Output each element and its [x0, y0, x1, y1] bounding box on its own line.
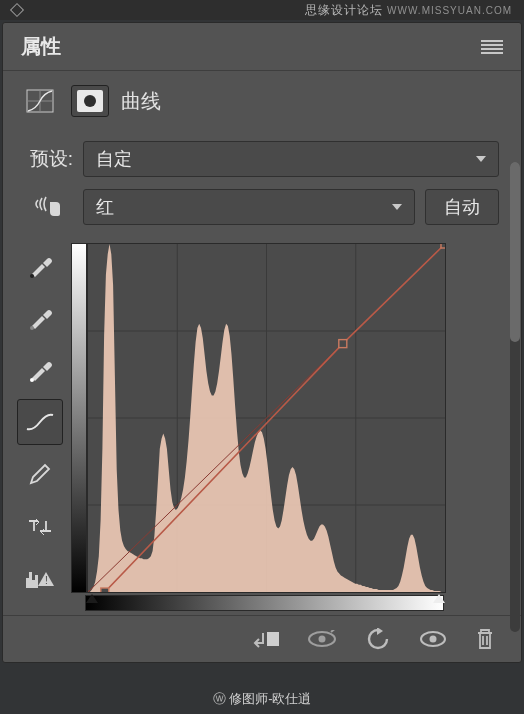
auto-button[interactable]: 自动: [425, 189, 499, 225]
delete-icon[interactable]: [475, 628, 495, 650]
layer-mask-icon[interactable]: [71, 85, 109, 117]
reset-icon[interactable]: [365, 628, 391, 650]
chevron-down-icon: [476, 156, 486, 162]
svg-point-5: [30, 378, 34, 382]
watermark-top: 思缘设计论坛 WWW.MISSYUAN.COM: [305, 2, 512, 19]
curve-point-tool[interactable]: [17, 399, 63, 445]
black-point-eyedropper[interactable]: [17, 243, 63, 289]
preset-value: 自定: [96, 147, 132, 171]
channel-dropdown[interactable]: 红: [83, 189, 415, 225]
curves-graph-area[interactable]: [71, 243, 446, 611]
scrollbar-thumb[interactable]: [510, 162, 520, 342]
author-credit: ⓦ 修图师-欧仕逍: [0, 690, 524, 708]
adjustment-type-label: 曲线: [121, 88, 161, 115]
black-slider[interactable]: [86, 594, 98, 603]
curves-graph[interactable]: [87, 243, 446, 593]
output-gradient: [71, 243, 87, 593]
watermark-url: WWW.MISSYUAN.COM: [387, 5, 512, 16]
channel-value: 红: [96, 195, 114, 219]
chevron-down-icon: [392, 204, 402, 210]
panel-scrollbar[interactable]: [510, 162, 520, 632]
preset-dropdown[interactable]: 自定: [83, 141, 499, 177]
watermark-text: 思缘设计论坛: [305, 2, 383, 19]
clip-to-layer-icon[interactable]: [251, 629, 279, 649]
panel-menu-icon[interactable]: [481, 40, 503, 54]
svg-point-22: [430, 636, 437, 643]
histogram-warning-icon[interactable]: !: [17, 555, 63, 601]
panel-title: 属性: [21, 33, 61, 60]
view-previous-state-icon[interactable]: [307, 630, 337, 648]
visibility-icon[interactable]: [419, 630, 447, 648]
smooth-tool[interactable]: [17, 503, 63, 549]
svg-rect-17: [267, 632, 279, 646]
pencil-tool[interactable]: [17, 451, 63, 497]
svg-line-20: [331, 630, 337, 632]
targeted-adjust-icon[interactable]: [21, 194, 73, 220]
svg-rect-14: [101, 588, 109, 592]
close-icon[interactable]: [10, 3, 24, 17]
white-point-eyedropper[interactable]: [17, 347, 63, 393]
curves-adjustment-icon[interactable]: [21, 85, 59, 117]
svg-point-3: [30, 274, 34, 278]
input-gradient[interactable]: [85, 595, 444, 611]
svg-point-19: [319, 636, 326, 643]
svg-rect-15: [339, 340, 347, 348]
white-slider[interactable]: [433, 594, 445, 603]
svg-rect-16: [441, 244, 445, 248]
svg-point-4: [30, 326, 34, 330]
gray-point-eyedropper[interactable]: [17, 295, 63, 341]
svg-text:!: !: [45, 575, 48, 586]
preset-label: 预设:: [21, 146, 73, 172]
